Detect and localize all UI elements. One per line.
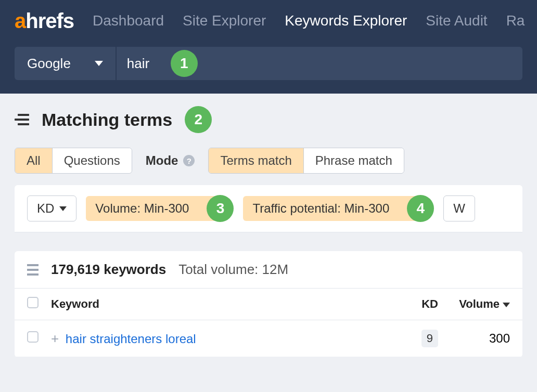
filter-traffic-potential-chip[interactable]: Traffic potential: Min-300 4 <box>243 196 420 221</box>
menu-icon[interactable] <box>15 114 29 125</box>
page-header: Matching terms 2 <box>15 106 522 133</box>
column-volume[interactable]: Volume <box>444 289 522 320</box>
results-header: 179,619 keywords Total volume: 12M <box>15 251 522 288</box>
search-input-wrap: 1 <box>117 47 522 80</box>
sort-desc-icon <box>503 303 510 307</box>
tab-group-mode: Terms match Phrase match <box>208 148 404 174</box>
tab-group-type: All Questions <box>15 148 132 174</box>
filter-bar: KD Volume: Min-300 3 Traffic potential: … <box>15 185 522 232</box>
annotation-badge-3: 3 <box>207 195 234 222</box>
filter-volume-chip[interactable]: Volume: Min-300 3 <box>86 196 220 221</box>
page-title: Matching terms <box>42 110 172 130</box>
tab-row: All Questions Mode ? Terms match Phrase … <box>15 148 522 174</box>
help-icon[interactable]: ? <box>183 155 195 166</box>
results-panel: 179,619 keywords Total volume: 12M Keywo… <box>15 251 522 357</box>
main-content: Matching terms 2 All Questions Mode ? Te… <box>0 94 537 370</box>
list-icon[interactable] <box>27 264 39 276</box>
keyword-search-input[interactable] <box>117 56 306 72</box>
search-engine-label: Google <box>27 56 71 72</box>
expand-icon[interactable]: + <box>51 331 59 346</box>
nav-site-audit[interactable]: Site Audit <box>426 12 487 29</box>
tab-terms-match[interactable]: Terms match <box>209 148 303 173</box>
annotation-badge-4: 4 <box>407 195 434 222</box>
top-navbar: ahrefs Dashboard Site Explorer Keywords … <box>0 0 537 42</box>
row-checkbox[interactable] <box>27 331 39 343</box>
nav-keywords-explorer[interactable]: Keywords Explorer <box>285 12 407 29</box>
search-bar: Google 1 <box>0 42 537 94</box>
search-engine-select[interactable]: Google <box>15 47 116 80</box>
annotation-badge-1: 1 <box>171 50 198 77</box>
results-table: Keyword KD Volume + hair straighteners l… <box>15 288 522 357</box>
nav-rank-tracker[interactable]: Ra <box>506 12 525 29</box>
filter-kd[interactable]: KD <box>27 195 76 221</box>
nav-site-explorer[interactable]: Site Explorer <box>183 12 266 29</box>
mode-label: Mode <box>146 153 178 168</box>
total-volume: Total volume: 12M <box>178 262 288 278</box>
chevron-down-icon <box>59 206 67 211</box>
volume-cell: 300 <box>444 320 522 357</box>
tab-phrase-match[interactable]: Phrase match <box>304 148 404 173</box>
kd-badge: 9 <box>421 330 438 347</box>
annotation-badge-2: 2 <box>185 106 212 133</box>
keyword-link[interactable]: hair straighteners loreal <box>66 332 196 346</box>
tab-questions[interactable]: Questions <box>53 148 132 173</box>
column-keyword[interactable]: Keyword <box>45 289 403 320</box>
chevron-down-icon <box>95 61 103 66</box>
column-kd[interactable]: KD <box>403 289 444 320</box>
table-row: + hair straighteners loreal 9 300 <box>15 320 522 357</box>
nav-dashboard[interactable]: Dashboard <box>93 12 164 29</box>
ahrefs-logo: ahrefs <box>15 9 74 33</box>
keyword-count: 179,619 keywords <box>51 262 166 278</box>
select-all-checkbox[interactable] <box>27 297 39 308</box>
tab-all[interactable]: All <box>15 148 53 173</box>
filter-more[interactable]: W <box>443 195 475 221</box>
